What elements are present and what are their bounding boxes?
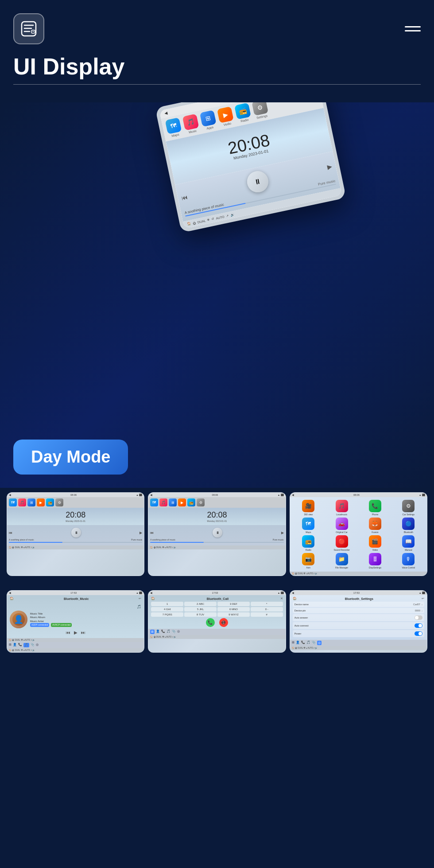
logo-icon[interactable] [13, 13, 44, 44]
bt-icon-circle-2[interactable]: ◎ [177, 630, 180, 634]
app-filemanager[interactable]: 📁 File Manager [326, 553, 357, 569]
bt-icon-grid-3[interactable]: ⊞ [292, 641, 294, 645]
nav-maps[interactable]: 🗺 Maps [165, 117, 183, 138]
dial-5[interactable]: 5 JKL [184, 607, 217, 611]
dial-8[interactable]: 8 TUV [184, 612, 217, 617]
gi-prev-2[interactable]: ⏮ [150, 531, 154, 535]
gi-next-2[interactable]: ▶ [281, 531, 284, 535]
bt-icon-user-2[interactable]: 👤 [156, 630, 160, 634]
gi-nav-maps-1[interactable]: 🗺 [9, 498, 17, 506]
bt-icon-circle-3[interactable]: ◎ [317, 641, 322, 645]
bt-icon-music-3[interactable]: 🎵 [306, 641, 310, 645]
gi-next-1[interactable]: ▶ [140, 531, 142, 535]
bt-music-home[interactable]: 🏠 [10, 597, 14, 600]
bt-icon-music-2[interactable]: 🎵 [167, 630, 170, 634]
app-carsettings[interactable]: ⚙ Car Settings [393, 500, 424, 516]
bt-music-return[interactable]: ↩ [139, 597, 141, 600]
dial-0minus[interactable]: 0 - [251, 607, 283, 611]
dial-hash[interactable]: # [251, 612, 283, 617]
bt-auto-answer-toggle[interactable] [415, 615, 422, 620]
bt-play[interactable]: ▶ [74, 630, 78, 635]
dial-3[interactable]: 3 DEF [217, 602, 250, 606]
bt-icon-circle[interactable]: ◎ [36, 643, 39, 647]
power-icon[interactable]: ⏻ [192, 221, 196, 225]
hamburger-menu[interactable] [405, 26, 421, 31]
dial-star[interactable]: * [251, 602, 283, 606]
bt-icon-music-active[interactable]: 🎵 [23, 643, 29, 647]
gi-nav-radio-2[interactable]: 📻 [187, 498, 195, 506]
app-localmusic[interactable]: 🎵 Localmusic [326, 500, 357, 516]
app-kuwoo[interactable]: 🦊 Kuwoo [359, 518, 391, 533]
app-360view[interactable]: 🎥 360 view [293, 500, 324, 516]
dial-7[interactable]: 7 PQRS [151, 612, 183, 617]
dial-6[interactable]: 6 MNO [217, 607, 250, 611]
bt-settings-home[interactable]: 🏠 [293, 597, 297, 600]
gi-pwr-1[interactable]: ⏻ [12, 546, 14, 549]
gi-nav-video-2[interactable]: ▶ [178, 498, 186, 506]
gi-play-2[interactable]: ⏸ [213, 528, 222, 537]
bt-icon-user-3[interactable]: 👤 [296, 641, 300, 645]
gi-nav-settings-2[interactable]: ⚙ [197, 498, 205, 506]
bt-icon-clip[interactable]: 📎 [31, 643, 35, 647]
gi-home-2[interactable]: 🏠 [150, 546, 153, 549]
app-radio[interactable]: 📻 Radio [293, 535, 324, 551]
app-avin[interactable]: 📷 Avin [293, 553, 324, 569]
gi-home-1[interactable]: 🏠 [9, 546, 12, 549]
gi-nav-music-2[interactable]: 🎵 [159, 498, 167, 506]
gi-bt-home-1[interactable]: 🏠 [9, 639, 12, 641]
gi-prev-1[interactable]: ⏮ [9, 531, 12, 535]
gi-nav-music-1[interactable]: 🎵 [18, 498, 26, 506]
app-manual[interactable]: 📖 Manual [393, 535, 424, 551]
bt-icon-grid-2[interactable]: ⊞ [150, 630, 155, 634]
bt-settings-return[interactable]: ↩ [422, 597, 424, 600]
app-originalcar[interactable]: 🚗 Original Car [326, 518, 357, 533]
bt-call-close[interactable]: ✕ [280, 597, 283, 600]
home-icon[interactable]: 🏠 [187, 222, 191, 226]
dial-1[interactable]: 1 [151, 602, 183, 606]
app-maps[interactable]: 🗺 Maps [293, 518, 324, 533]
gi-play-1[interactable]: ⏸ [71, 528, 81, 537]
dial-9[interactable]: 9 WXYZ [217, 612, 250, 617]
app-soundrecorder[interactable]: 🔴 Sound Recorder [326, 535, 357, 551]
app-bluetooth[interactable]: 🔵 Bluetooth [393, 518, 424, 533]
bt-icon-phone[interactable]: 📞 [18, 643, 22, 647]
gi-nav-settings-1[interactable]: ⚙ [55, 498, 63, 506]
prev-icon[interactable]: ⏮ [181, 193, 188, 202]
dial-2[interactable]: 2 ABC [184, 602, 217, 606]
gi-pwr-2[interactable]: ⏻ [154, 546, 156, 549]
bt-power-toggle[interactable] [415, 631, 422, 636]
nav-radio[interactable]: 📻 Radio [234, 103, 252, 124]
nav-settings[interactable]: ⚙ Settings [252, 102, 269, 120]
gi-nav-apps-1[interactable]: ⊞ [27, 498, 35, 506]
app-dispsettings[interactable]: 🎛 DispSettings [359, 553, 391, 569]
bt-prev[interactable]: ⏮ [66, 630, 70, 635]
bt-hangup-button[interactable]: 📵 [219, 618, 228, 627]
nav-music[interactable]: 🎵 Music [182, 114, 200, 135]
bt-icon-clip-2[interactable]: 📎 [172, 630, 176, 634]
gi-home-3[interactable]: 🏠 [292, 572, 294, 575]
gi-nav-video-1[interactable]: ▶ [37, 498, 45, 506]
app-video[interactable]: 🎬 Video [359, 535, 391, 551]
app-voicecontrol[interactable]: 🎙 Voice Control [393, 553, 424, 569]
bt-icon-user[interactable]: 👤 [13, 643, 17, 647]
bt-icon-grid[interactable]: ⊞ [9, 643, 12, 647]
bt-icon-phone-3[interactable]: 📞 [301, 641, 305, 645]
dial-4[interactable]: 4 GHI [151, 607, 183, 611]
vol-icon[interactable]: 🔊 [230, 213, 234, 217]
bt-icon-phone-2[interactable]: 📞 [161, 630, 165, 634]
next-icon[interactable]: ▶ [327, 163, 333, 171]
bt-call-home[interactable]: 🏠 [151, 597, 155, 600]
nav-video[interactable]: ▶ Vedio [217, 106, 235, 127]
gi-progress-2[interactable] [150, 542, 283, 543]
app-phone[interactable]: 📞 Phone [359, 500, 391, 516]
gi-nav-maps-2[interactable]: 🗺 [150, 498, 158, 506]
bt-next[interactable]: ⏭ [81, 630, 85, 635]
bt-icon-clip-3[interactable]: 📎 [312, 641, 316, 645]
bt-answer-button[interactable]: 📞 [206, 618, 215, 627]
gi-nav-apps-2[interactable]: ⊞ [169, 498, 177, 506]
nav-apps[interactable]: ⊞ Apps [200, 110, 217, 131]
gi-nav-radio-1[interactable]: 📻 [46, 498, 54, 506]
gi-progress-1[interactable] [9, 542, 142, 543]
bt-auto-connect-toggle[interactable] [415, 623, 422, 628]
play-pause-button[interactable]: ⏸ [245, 169, 270, 195]
